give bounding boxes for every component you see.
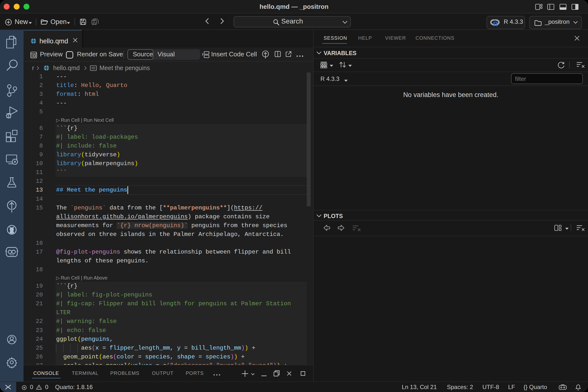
svg-text:R: R — [493, 20, 498, 27]
